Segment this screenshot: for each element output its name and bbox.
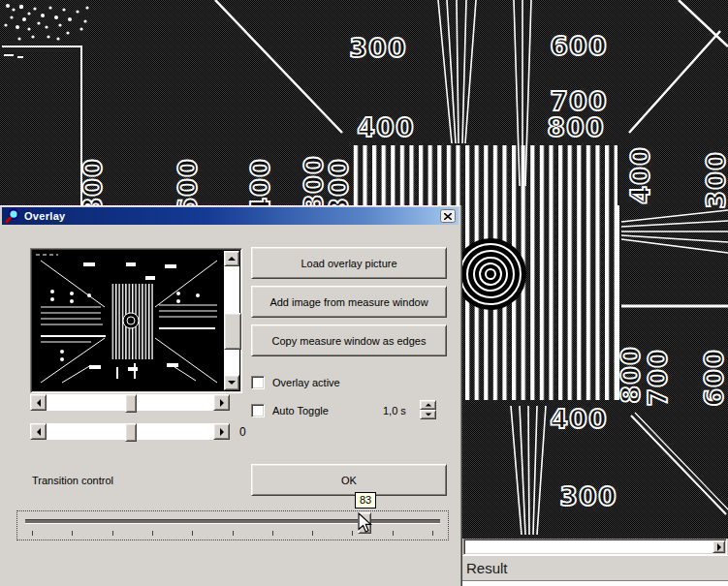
chart-number: 300 xyxy=(559,481,617,511)
slider-tick xyxy=(32,531,33,536)
scroll-right-button[interactable] xyxy=(213,394,230,411)
horizontal-scrollbar-thumb[interactable] xyxy=(125,394,137,413)
pan-scrollbar[interactable] xyxy=(30,423,230,440)
arrow-down-icon xyxy=(228,381,236,385)
spinner-up-button[interactable] xyxy=(420,400,436,410)
slider-track[interactable] xyxy=(25,519,440,524)
arrow-right-icon xyxy=(717,543,721,551)
slider-tick xyxy=(112,531,113,536)
slider-value-tooltip: 83 xyxy=(355,492,376,509)
scroll-down-button[interactable] xyxy=(224,375,239,390)
scroll-right-button[interactable] xyxy=(712,540,725,553)
overlay-preview xyxy=(30,248,242,393)
slider-tick xyxy=(432,531,433,536)
panel-bottom-edge xyxy=(462,580,728,586)
overlay-active-row: Overlay active xyxy=(251,376,340,389)
auto-toggle-interval-value: 1,0 s xyxy=(383,405,406,416)
chart-number: 600 xyxy=(550,31,607,61)
arrow-left-icon xyxy=(37,428,41,436)
preview-vertical-scrollbar[interactable] xyxy=(224,251,239,390)
scroll-up-button[interactable] xyxy=(224,251,239,266)
result-input[interactable] xyxy=(463,539,727,555)
arrow-right-icon xyxy=(220,399,224,407)
arrow-left-icon xyxy=(37,399,41,407)
chart-number: 300 xyxy=(349,33,406,63)
overlay-preview-image xyxy=(33,251,226,390)
preview-horizontal-scrollbar[interactable] xyxy=(30,394,230,411)
close-icon xyxy=(444,213,452,220)
slider-tick xyxy=(192,531,193,536)
mouse-cursor-icon xyxy=(358,512,372,533)
slider-tick xyxy=(312,531,313,536)
arrow-up-icon xyxy=(425,403,430,406)
comb-bars-top xyxy=(352,145,617,205)
load-overlay-picture-button[interactable]: Load overlay picture xyxy=(251,247,447,279)
slider-tick xyxy=(393,531,394,536)
result-window-fragment: Result xyxy=(462,539,728,586)
slider-tick xyxy=(272,531,273,536)
slider-tick xyxy=(233,531,234,536)
copy-measure-window-as-edges-button[interactable]: Copy measure window as edges xyxy=(251,324,447,356)
ok-button[interactable]: OK xyxy=(251,464,447,496)
arrow-down-icon xyxy=(425,413,430,416)
overlay-active-checkbox[interactable] xyxy=(251,376,265,389)
horizontal-scrollbar-thumb[interactable] xyxy=(125,423,137,442)
auto-toggle-row: Auto Toggle xyxy=(251,404,329,417)
chart-number: 400 xyxy=(357,112,414,142)
vertical-scrollbar-thumb[interactable] xyxy=(224,313,241,350)
vertical-scrollbar-track[interactable] xyxy=(224,266,239,375)
dialog-title: Overlay xyxy=(24,210,65,222)
arrow-up-icon xyxy=(228,257,236,261)
chart-number: 400 xyxy=(550,404,607,434)
scroll-left-button[interactable] xyxy=(30,423,47,440)
chart-number: 300 xyxy=(701,151,728,208)
overlay-dialog: Overlay xyxy=(0,205,462,586)
scroll-right-button[interactable] xyxy=(213,423,230,440)
pan-value-label: 0 xyxy=(239,425,246,439)
slider-tick xyxy=(352,531,353,536)
overlay-active-label: Overlay active xyxy=(272,377,340,388)
close-button[interactable] xyxy=(440,209,456,223)
transition-control-label: Transition control xyxy=(32,475,113,486)
spinner-down-button[interactable] xyxy=(420,410,436,419)
result-label-strip: Result xyxy=(462,555,728,580)
slider-ticks xyxy=(17,531,448,537)
magnifier-icon xyxy=(5,208,20,224)
add-image-from-measure-window-button[interactable]: Add image from measure window xyxy=(251,286,447,318)
concentric-target xyxy=(455,238,526,310)
scroll-left-button[interactable] xyxy=(30,394,47,411)
slider-tick xyxy=(152,531,153,536)
interval-spinner xyxy=(420,400,436,419)
screen: 3006007008004004003008006004008003004003… xyxy=(0,0,728,586)
slider-tick xyxy=(72,531,73,536)
chart-number: 600 xyxy=(699,349,728,406)
chart-number: 700 xyxy=(643,349,673,406)
chart-number: 400 xyxy=(625,146,655,203)
arrow-right-icon xyxy=(220,428,224,436)
chart-number: 800 xyxy=(547,112,604,142)
auto-toggle-checkbox[interactable] xyxy=(251,404,265,417)
transition-slider[interactable] xyxy=(16,510,449,540)
auto-toggle-label: Auto Toggle xyxy=(272,405,329,416)
chart-number: 800 xyxy=(616,346,646,403)
result-label: Result xyxy=(466,560,508,576)
dialog-titlebar[interactable]: Overlay xyxy=(2,207,459,225)
